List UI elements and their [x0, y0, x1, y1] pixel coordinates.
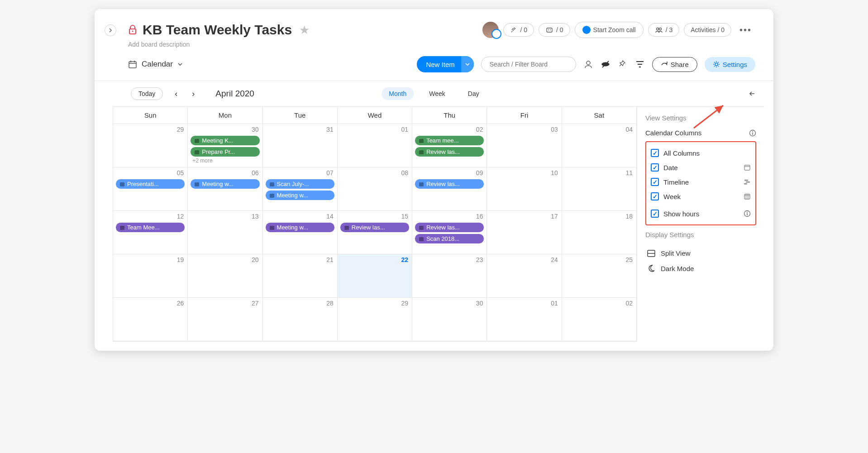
checkbox-week[interactable]: ✓ Week — [651, 189, 751, 204]
calendar-cell[interactable]: 05Presentati... — [113, 167, 188, 211]
calendar-cell[interactable]: 24 — [487, 254, 562, 298]
calendar-cell[interactable]: 14Meeting w... — [263, 211, 338, 254]
calendar-cell[interactable]: 09Review las... — [412, 167, 487, 211]
tab-day[interactable]: Day — [461, 87, 486, 100]
calendar-event[interactable]: Scan 2018... — [415, 234, 484, 243]
calendar-cell[interactable]: 10 — [487, 167, 562, 211]
more-menu-button[interactable]: ••• — [736, 25, 755, 35]
split-view-option[interactable]: Split View — [645, 246, 756, 261]
svg-rect-16 — [120, 182, 124, 186]
calendar-event[interactable]: Meeting w... — [266, 223, 334, 232]
calendar-event[interactable]: Review las... — [415, 223, 484, 232]
calendar-cell[interactable]: 26 — [113, 298, 188, 341]
calendar-event[interactable]: Prepare Pr... — [191, 147, 259, 157]
new-item-button[interactable]: New Item — [417, 56, 473, 72]
next-month-button[interactable]: › — [189, 89, 197, 99]
calendar-cell[interactable]: 01 — [338, 124, 412, 167]
calendar-cell[interactable]: 16Review las...Scan 2018... — [412, 211, 487, 254]
day-header: Tue — [263, 107, 338, 124]
calendar-cell[interactable]: 23 — [412, 254, 487, 298]
day-number: 03 — [551, 126, 558, 133]
calendar-cell[interactable]: 19 — [113, 254, 188, 298]
checkbox-date[interactable]: ✓ Date — [651, 160, 751, 175]
board-window: KB Team Weekly Tasks ★ / 0 / 0 Start Zoo… — [95, 9, 773, 351]
collapse-panel-icon[interactable] — [746, 90, 755, 97]
calendar-event[interactable]: Review las... — [340, 223, 409, 232]
tab-month[interactable]: Month — [382, 87, 414, 100]
calendar-cell[interactable]: 25 — [562, 254, 637, 298]
share-icon — [661, 61, 668, 67]
calendar-cell[interactable]: 20 — [188, 254, 262, 298]
checkbox-timeline[interactable]: ✓ Timeline — [651, 175, 751, 189]
tab-week[interactable]: Week — [422, 87, 453, 100]
calendar-cell[interactable]: 18 — [562, 211, 637, 254]
day-number: 27 — [252, 300, 259, 307]
day-number: 12 — [177, 213, 184, 220]
day-header: Thu — [412, 107, 487, 124]
calendar-event[interactable]: Review las... — [415, 147, 484, 157]
board-description[interactable]: Add board description — [128, 41, 755, 48]
pin-icon[interactable] — [618, 59, 628, 69]
calendar-cell[interactable]: 07Scan July-...Meeting w... — [263, 167, 338, 211]
view-selector[interactable]: Calendar — [128, 60, 183, 69]
moon-icon — [647, 264, 655, 272]
activities-button[interactable]: Activities / 0 — [684, 23, 731, 37]
calendar-cell[interactable]: 29 — [338, 298, 412, 341]
settings-button[interactable]: Settings — [705, 57, 755, 72]
integrations-button[interactable]: / 0 — [503, 23, 534, 37]
day-number: 02 — [625, 300, 633, 307]
more-events-link[interactable]: +2 more — [192, 157, 259, 164]
zoom-call-button[interactable]: Start Zoom call — [575, 22, 644, 38]
calendar-cell[interactable]: 13 — [188, 211, 262, 254]
today-button[interactable]: Today — [131, 87, 163, 100]
prev-month-button[interactable]: ‹ — [172, 89, 180, 99]
calendar-cell[interactable]: 12Team Mee... — [113, 211, 188, 254]
calendar-event[interactable]: Team mee... — [415, 136, 484, 145]
calendar-grid: SunMonTueWedThuFriSat 2930Meeting K...Pr… — [113, 106, 637, 342]
calendar-event[interactable]: Scan July-... — [266, 179, 334, 189]
share-button[interactable]: Share — [652, 57, 697, 72]
calendar-event[interactable]: Meeting w... — [191, 179, 259, 189]
svg-rect-20 — [419, 182, 424, 186]
calendar-event[interactable]: Meeting K... — [191, 136, 259, 145]
person-filter-icon[interactable] — [583, 59, 593, 69]
calendar-cell[interactable]: 22 — [338, 254, 412, 298]
calendar-cell[interactable]: 04 — [562, 124, 637, 167]
calendar-cell[interactable]: 08 — [338, 167, 412, 211]
search-input[interactable] — [481, 57, 576, 72]
calendar-cell[interactable]: 27 — [188, 298, 262, 341]
svg-point-28 — [752, 131, 753, 132]
calendar-cell[interactable]: 29 — [113, 124, 188, 167]
calendar-event[interactable]: Presentati... — [116, 179, 185, 189]
calendar-cell[interactable]: 15Review las... — [338, 211, 412, 254]
calendar-cell[interactable]: 01 — [487, 298, 562, 341]
filter-icon[interactable] — [635, 59, 645, 69]
board-owner-avatar[interactable] — [482, 22, 499, 38]
calendar-cell[interactable]: 28 — [263, 298, 338, 341]
calendar-event[interactable]: Review las... — [415, 179, 484, 189]
board-members-button[interactable]: / 3 — [648, 23, 680, 37]
dark-mode-option[interactable]: Dark Mode — [645, 261, 756, 276]
calendar-cell[interactable]: 31 — [263, 124, 338, 167]
calendar-cell[interactable]: 11 — [562, 167, 637, 211]
calendar-cell[interactable]: 30Meeting K...Prepare Pr...+2 more — [188, 124, 262, 167]
favorite-star-icon[interactable]: ★ — [299, 23, 310, 37]
calendar-event[interactable]: Meeting w... — [266, 191, 334, 200]
calendar-cell[interactable]: 21 — [263, 254, 338, 298]
info-icon[interactable] — [744, 210, 751, 217]
calendar-event[interactable]: Team Mee... — [116, 223, 185, 232]
calendar-cell[interactable]: 02Team mee...Review las... — [412, 124, 487, 167]
automations-button[interactable]: / 0 — [539, 23, 570, 37]
checkbox-show-hours[interactable]: ✓ Show hours — [651, 206, 751, 221]
day-number: 04 — [625, 126, 633, 133]
hide-icon[interactable] — [601, 59, 610, 69]
calendar-cell[interactable]: 17 — [487, 211, 562, 254]
checkbox-all-columns[interactable]: ✓ All Columns — [651, 146, 751, 160]
calendar-cell[interactable]: 06Meeting w... — [188, 167, 262, 211]
calendar-cell[interactable]: 30 — [412, 298, 487, 341]
calendar-cell[interactable]: 02 — [562, 298, 637, 341]
calendar-cell[interactable]: 03 — [487, 124, 562, 167]
expand-sidebar-button[interactable] — [105, 24, 116, 36]
info-icon[interactable] — [749, 129, 756, 137]
new-item-dropdown[interactable] — [461, 56, 474, 72]
